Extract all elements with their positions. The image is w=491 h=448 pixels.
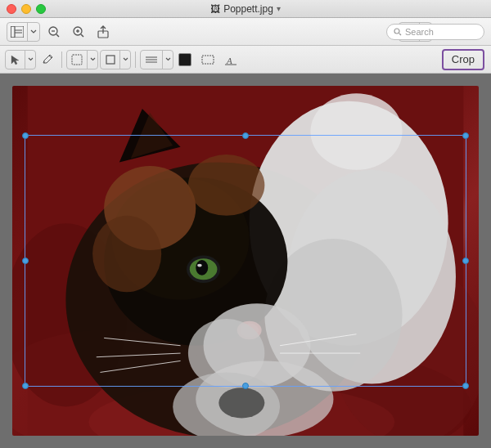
search-box[interactable]: Search [386,24,484,40]
shapes-tool-button[interactable] [101,50,120,69]
separator-2 [135,52,136,68]
select-tool-button[interactable] [6,50,25,69]
window-title: 🖼 Poppett.jpg ▾ [210,3,281,15]
svg-point-40 [188,155,264,216]
color-fill-indicator [178,53,191,66]
shapes-icon [105,54,116,65]
chevron-down-icon-5 [123,57,128,61]
chevron-down-icon-4 [90,57,96,61]
pencil-tool-button[interactable] [38,50,57,69]
crop-confirm-button[interactable]: Crop [442,49,484,70]
stroke-icon [200,54,215,65]
crop-tool-button[interactable] [67,50,88,69]
svg-line-10 [81,34,83,37]
minimize-button[interactable] [21,4,31,14]
search-icon [394,28,402,36]
crop-button-label: Crop [452,53,475,65]
chevron-down-icon-6 [165,57,171,61]
svg-rect-19 [72,55,82,65]
chevron-down-icon-3 [28,57,34,61]
svg-point-16 [394,29,399,34]
sidebar-toggle-button[interactable] [7,22,28,42]
svg-point-48 [197,264,202,267]
toolbar-secondary: A Crop [0,46,491,74]
select-tool-group [5,50,36,69]
lines-icon [144,54,159,65]
svg-line-6 [56,34,59,37]
shapes-dropdown-button[interactable] [120,50,130,69]
tool-buttons: A [5,50,486,69]
sidebar-toggle-group [7,22,40,42]
shapes-tool-group [100,50,131,69]
zoom-out-icon [47,25,61,38]
share-button[interactable] [92,22,114,42]
lines-tool-group [140,50,173,69]
crop-selection-icon [70,54,83,65]
close-button[interactable] [7,4,16,14]
chevron-down-icon [30,29,37,34]
canvas-area[interactable] [0,74,491,448]
stroke-style-button[interactable] [196,50,219,69]
zoom-out-button[interactable] [43,22,65,42]
svg-rect-1 [11,26,24,38]
lines-tool-button[interactable] [141,50,163,69]
crop-tool-group [66,50,98,69]
lines-dropdown-button[interactable] [163,50,173,69]
svg-point-44 [310,93,402,169]
svg-rect-0 [11,26,15,38]
svg-point-41 [92,216,161,292]
document-icon: 🖼 [210,3,220,15]
arrow-icon [10,54,21,65]
cat-svg [12,86,479,436]
svg-rect-24 [202,56,214,64]
crop-tool-dropdown-button[interactable] [88,50,97,69]
separator-1 [61,52,62,68]
svg-point-60 [218,388,264,418]
cat-image [12,86,479,436]
sidebar-dropdown-button[interactable] [28,22,39,42]
titlebar: 🖼 Poppett.jpg ▾ [0,0,491,18]
font-size-button[interactable]: A [221,50,242,69]
toolbar-primary: A Search [0,18,491,46]
svg-rect-20 [106,56,115,64]
traffic-lights [7,4,46,14]
zoom-in-icon [72,25,85,38]
pencil-icon [42,54,53,65]
zoom-in-button[interactable] [68,22,89,42]
color-swatch-button[interactable] [175,50,195,69]
share-icon [97,25,110,38]
maximize-button[interactable] [36,4,46,14]
sidebar-icon [11,26,24,38]
search-placeholder: Search [405,27,434,37]
svg-point-47 [196,260,208,276]
svg-line-17 [399,34,401,35]
svg-text:A: A [226,56,232,65]
font-icon: A [225,54,238,65]
select-dropdown-button[interactable] [25,50,35,69]
